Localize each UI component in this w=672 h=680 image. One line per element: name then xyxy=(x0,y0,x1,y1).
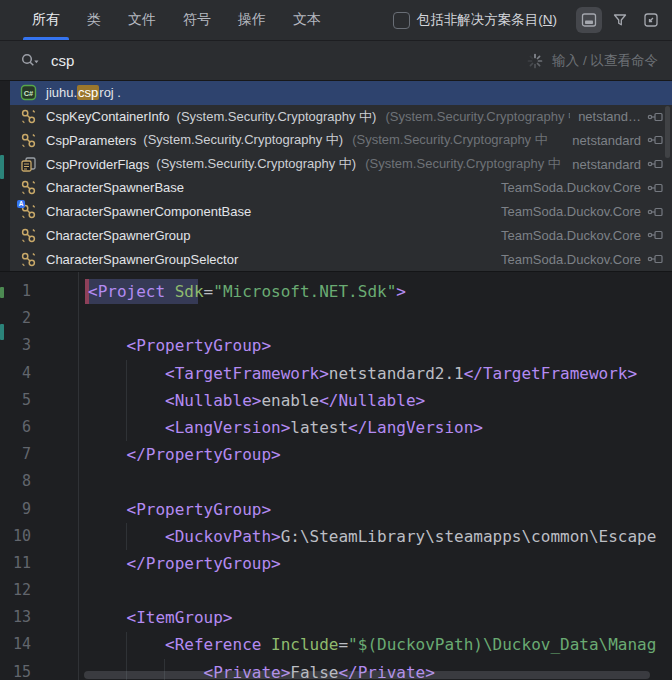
code-line: <TargetFramework>netstandard2.1</TargetF… xyxy=(88,360,656,387)
class-icon xyxy=(20,108,37,125)
search-input[interactable] xyxy=(49,51,527,70)
code-editor: 123456789101112131415 <Project Sdk="Micr… xyxy=(0,271,672,680)
location-icon-wrap xyxy=(647,252,664,266)
result-location: netstandard xyxy=(572,133,641,148)
results-scrollbar[interactable] xyxy=(665,106,670,158)
tab-操作[interactable]: 操作 xyxy=(238,0,266,40)
result-context: (System.Security.Cryptography 中 xyxy=(352,131,564,149)
result-row[interactable]: CharacterSpawnerGroupTeamSoda.Duckov.Cor… xyxy=(10,224,672,248)
result-row[interactable]: CspProviderFlags(System.Security.Cryptog… xyxy=(10,152,672,176)
line-number: 7 xyxy=(0,441,68,468)
result-context: (System.Security.Cryptography 中 xyxy=(365,155,564,173)
loading-spinner-icon xyxy=(527,53,543,69)
tab-文本[interactable]: 文本 xyxy=(293,0,321,40)
open-in-tool-window-button[interactable] xyxy=(638,7,664,33)
tab-类[interactable]: 类 xyxy=(87,0,101,40)
location-icon xyxy=(647,157,664,171)
result-name: CspParameters xyxy=(46,133,136,148)
open-in-tool-window-icon xyxy=(642,11,660,29)
filter-button[interactable] xyxy=(607,7,633,33)
code-line: <Nullable>enable</Nullable> xyxy=(88,387,656,414)
code-content[interactable]: <Project Sdk="Microsoft.NET.Sdk"> <Prope… xyxy=(88,278,656,680)
line-number: 10 xyxy=(0,523,68,550)
search-hint-text: 输入 / 以查看命令 xyxy=(552,52,658,70)
line-number: 15 xyxy=(0,659,68,680)
horizontal-scrollbar[interactable] xyxy=(84,671,650,679)
result-context: (System.Security.Cryptography 中 xyxy=(385,108,570,126)
result-name: jiuhu.csproj . xyxy=(46,85,121,100)
result-location: TeamSoda.Duckov.Core xyxy=(501,228,641,243)
result-location: TeamSoda.Duckov.Core xyxy=(501,204,641,219)
class-icon xyxy=(20,179,37,196)
search-icon[interactable] xyxy=(20,52,40,70)
result-name: CharacterSpawnerBase xyxy=(46,180,184,195)
result-row[interactable]: CspKeyContainerInfo(System.Security.Cryp… xyxy=(10,105,672,129)
code-line xyxy=(88,305,656,332)
class-icon xyxy=(20,132,37,149)
include-non-solution-checkbox[interactable] xyxy=(393,12,410,29)
location-icon xyxy=(647,110,664,124)
result-location: netstandard xyxy=(572,157,641,172)
line-number: 14 xyxy=(0,631,68,658)
results-list: C#jiuhu.csproj .CspKeyContainerInfo(Syst… xyxy=(10,81,672,271)
csproj-icon-wrap: C# xyxy=(20,84,37,101)
result-row[interactable]: CharacterSpawnerGroupSelectorTeamSoda.Du… xyxy=(10,247,672,271)
tab-所有[interactable]: 所有 xyxy=(32,0,60,40)
line-number: 11 xyxy=(0,550,68,577)
tab-符号[interactable]: 符号 xyxy=(183,0,211,40)
code-line: <LangVersion>latest</LangVersion> xyxy=(88,414,656,441)
vcs-change-marker xyxy=(0,324,4,340)
code-line: <Reference Include="$(DuckovPath)\Duckov… xyxy=(88,631,656,658)
line-number: 13 xyxy=(0,604,68,631)
search-bar: 输入 / 以查看命令 xyxy=(0,41,672,81)
class-icon-wrap: A xyxy=(20,203,37,220)
filter-icon xyxy=(611,11,629,29)
code-line: <ItemGroup> xyxy=(88,604,656,631)
line-number: 5 xyxy=(0,387,68,414)
class-icon-wrap xyxy=(20,132,37,149)
location-icon xyxy=(647,205,664,219)
popup-header: 所有类文件符号操作文本 包括非解决方案条目(N) xyxy=(0,0,672,41)
location-icon-wrap xyxy=(647,181,664,195)
result-row[interactable]: C#jiuhu.csproj . xyxy=(10,81,672,105)
location-icon xyxy=(647,252,664,266)
search-everywhere-popup: { "colors": { "accent": "#3574f0", "pane… xyxy=(0,0,672,680)
location-icon xyxy=(647,181,664,195)
result-row[interactable]: CharacterSpawnerBaseTeamSoda.Duckov.Core xyxy=(10,176,672,200)
result-location: TeamSoda.Duckov.Core xyxy=(501,180,641,195)
result-qualifier: (System.Security.Cryptography 中) xyxy=(156,155,356,173)
code-line: </PropertyGroup> xyxy=(88,550,656,577)
vcs-change-marker xyxy=(0,287,4,298)
code-line: </PropertyGroup> xyxy=(88,441,656,468)
class-icon-wrap xyxy=(20,251,37,268)
results-area: C#jiuhu.csproj .CspKeyContainerInfo(Syst… xyxy=(0,81,672,271)
enum-icon xyxy=(20,156,37,173)
line-number-gutter: 123456789101112131415 xyxy=(0,278,68,680)
result-name: CspKeyContainerInfo xyxy=(46,109,170,124)
tab-文件[interactable]: 文件 xyxy=(128,0,156,40)
result-name: CharacterSpawnerComponentBase xyxy=(46,204,251,219)
gutter-divider xyxy=(78,272,79,680)
line-number: 8 xyxy=(0,468,68,495)
location-icon xyxy=(647,133,664,147)
enum-icon-wrap xyxy=(20,156,37,173)
line-number: 1 xyxy=(0,278,68,305)
line-number: 4 xyxy=(0,360,68,387)
code-line: <PropertyGroup> xyxy=(88,496,656,523)
result-location: TeamSoda.Duckov.Core xyxy=(501,252,641,267)
location-icon-wrap xyxy=(647,133,664,147)
result-location: netstand… xyxy=(578,109,641,124)
pin-window-button[interactable] xyxy=(576,7,602,33)
result-qualifier: (System.Security.Cryptography 中) xyxy=(143,131,343,149)
result-row[interactable]: ACharacterSpawnerComponentBaseTeamSoda.D… xyxy=(10,200,672,224)
code-line xyxy=(88,468,656,495)
code-line xyxy=(88,577,656,604)
include-non-solution-label[interactable]: 包括非解决方案条目(N) xyxy=(417,11,557,29)
code-line: <PropertyGroup> xyxy=(88,332,656,359)
line-number: 9 xyxy=(0,496,68,523)
svg-text:C#: C# xyxy=(24,89,34,98)
line-number: 6 xyxy=(0,414,68,441)
search-hint: 输入 / 以查看命令 xyxy=(527,52,658,70)
result-row[interactable]: CspParameters(System.Security.Cryptograp… xyxy=(10,129,672,153)
pin-window-icon xyxy=(580,11,598,29)
